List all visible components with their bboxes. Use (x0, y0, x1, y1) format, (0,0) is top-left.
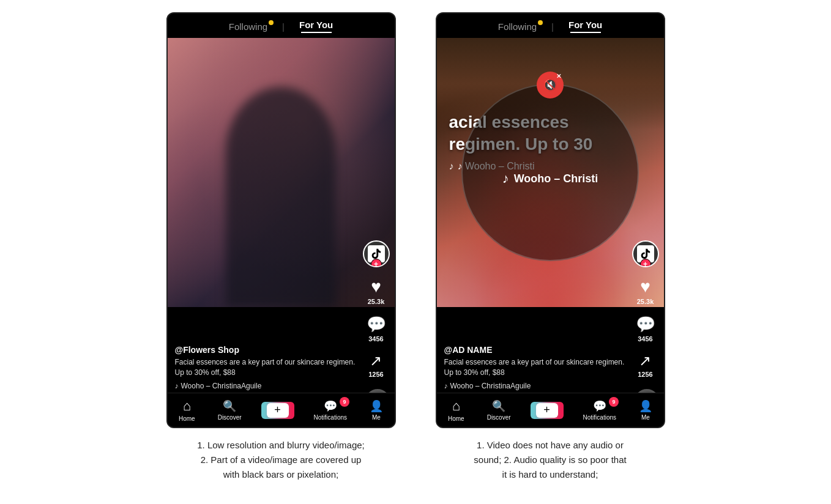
left-share-icon: ↗ (370, 352, 382, 369)
right-nav-notifications[interactable]: 💬 9 Notifications (583, 399, 616, 421)
left-bottom-nav: ⌂ Home 🔍 Discover + 💬 9 Notifications 👤 … (168, 393, 395, 427)
left-comment-item[interactable]: 💬 3456 (367, 315, 386, 343)
left-nav-divider: | (282, 21, 285, 32)
right-avatar-item: + (632, 240, 659, 267)
right-home-label: Home (448, 415, 464, 422)
right-comment-item[interactable]: 💬 3456 (636, 315, 655, 343)
left-music-name: Wooho – ChristinaAguile (181, 382, 262, 390)
right-like-item[interactable]: ♥ 25.3k (637, 277, 654, 305)
right-mute-overlay[interactable]: 🔇 ✕ ♪ Wooho – Christi (461, 84, 639, 261)
left-figure-silhouette (226, 87, 336, 307)
left-like-item[interactable]: ♥ 25.3k (368, 277, 385, 305)
right-share-item[interactable]: ↗ 1256 (638, 352, 652, 378)
left-nav-discover[interactable]: 🔍 Discover (218, 399, 242, 421)
left-me-label: Me (372, 414, 381, 421)
left-caption: 1. Low resolution and blurry video/image… (197, 438, 365, 482)
right-me-label: Me (641, 414, 650, 421)
right-caption: 1. Video does not have any audio or soun… (474, 438, 626, 482)
right-username: @AD NAME (444, 345, 627, 355)
left-discover-icon: 🔍 (223, 399, 236, 413)
left-nav-add[interactable]: + (264, 402, 291, 419)
right-bottom-nav: ⌂ Home 🔍 Discover + 💬 9 Notifications 👤 … (437, 393, 664, 427)
left-home-icon: ⌂ (183, 398, 191, 414)
left-me-icon: 👤 (370, 399, 383, 413)
right-mute-icon: 🔇 (543, 78, 557, 92)
right-like-count: 25.3k (637, 298, 654, 305)
left-foryou-tab[interactable]: For You (299, 20, 333, 33)
right-notifications-label: Notifications (583, 414, 616, 421)
left-avatar-item: + (363, 240, 390, 267)
right-action-buttons: + ♥ 25.3k 💬 3456 ↗ 1256 (632, 240, 659, 378)
right-mute-x: ✕ (556, 73, 561, 80)
right-foryou-tab[interactable]: For You (568, 20, 602, 33)
right-heart-icon: ♥ (640, 277, 650, 297)
left-top-nav: Following | For You (168, 13, 395, 38)
left-nav-me[interactable]: 👤 Me (370, 399, 383, 421)
left-add-btn[interactable]: + (264, 402, 291, 419)
right-phone-frame: Following | For You acial essences regim… (436, 12, 665, 428)
right-add-inner: + (536, 403, 558, 418)
right-comment-icon: 💬 (636, 315, 655, 334)
right-notif-badge: 9 (609, 397, 619, 407)
left-avatar-btn[interactable]: + (363, 240, 390, 267)
right-bottom-info: @AD NAME Facial essences are a key part … (444, 345, 627, 390)
right-mute-music-row: ♪ Wooho – Christi (502, 171, 598, 187)
right-phone-section: Following | For You acial essences regim… (434, 12, 666, 482)
right-nav-divider: | (551, 21, 554, 32)
left-comment-count: 3456 (368, 335, 383, 343)
right-music-note-icon: ♪ (444, 382, 448, 390)
right-me-icon: 👤 (639, 399, 652, 413)
right-home-icon: ⌂ (452, 398, 460, 414)
left-avatar-plus[interactable]: + (371, 259, 382, 267)
left-notif-badge: 9 (340, 397, 349, 407)
right-share-count: 1256 (638, 371, 652, 378)
right-discover-icon: 🔍 (492, 399, 505, 413)
right-nav-discover[interactable]: 🔍 Discover (487, 399, 511, 421)
right-following-dot (538, 20, 543, 25)
right-mute-btn[interactable]: 🔇 ✕ (537, 72, 564, 98)
right-mute-music-text: Wooho – Christi (514, 172, 598, 185)
left-action-buttons: + ♥ 25.3k 💬 3456 ↗ 1256 (363, 240, 390, 378)
right-description: Facial essences are a key part of our sk… (444, 357, 627, 378)
right-nav-me[interactable]: 👤 Me (639, 399, 652, 421)
right-avatar-plus[interactable]: + (640, 259, 651, 267)
left-phone-section: Following | For You (165, 12, 397, 482)
right-avatar-btn[interactable]: + (632, 240, 659, 267)
right-music-row: ♪ Wooho – ChristinaAguile (444, 382, 627, 390)
right-comment-count: 3456 (638, 335, 652, 343)
left-video-area[interactable] (168, 38, 395, 307)
left-nav-home[interactable]: ⌂ Home (179, 398, 195, 422)
right-discover-label: Discover (487, 414, 511, 421)
right-top-nav: Following | For You (437, 13, 664, 38)
left-discover-label: Discover (218, 414, 242, 421)
right-nav-home[interactable]: ⌂ Home (448, 398, 464, 422)
right-music-name: Wooho – ChristinaAguile (450, 382, 531, 390)
right-foryou-underline (570, 32, 601, 33)
left-foryou-underline (301, 32, 332, 33)
left-notifications-label: Notifications (314, 414, 347, 421)
right-share-icon: ↗ (639, 352, 651, 369)
left-following-tab[interactable]: Following (229, 21, 267, 32)
left-bottom-info: @Flowers Shop Facial essences are a key … (175, 345, 358, 390)
left-share-count: 1256 (368, 371, 383, 378)
right-add-btn[interactable]: + (534, 402, 561, 419)
left-phone-frame: Following | For You (166, 12, 396, 428)
right-notifications-icon: 💬 (593, 399, 606, 413)
right-video-area[interactable]: acial essences regimen. Up to 30 ♪ ♪ Woo… (437, 38, 664, 307)
left-following-dot (269, 20, 274, 25)
left-heart-icon: ♥ (371, 277, 381, 297)
left-add-inner: + (267, 403, 289, 418)
left-music-note-icon: ♪ (175, 382, 179, 390)
left-comment-icon: 💬 (367, 315, 386, 334)
right-mute-music-icon: ♪ (502, 171, 509, 187)
right-overlay-music-note: ♪ (449, 161, 454, 172)
left-like-count: 25.3k (368, 298, 385, 305)
left-nav-notifications[interactable]: 💬 9 Notifications (314, 399, 347, 421)
left-share-item[interactable]: ↗ 1256 (368, 352, 383, 378)
left-notifications-icon: 💬 (324, 399, 337, 413)
right-nav-add[interactable]: + (534, 402, 561, 419)
right-following-tab[interactable]: Following (498, 21, 537, 32)
left-music-row: ♪ Wooho – ChristinaAguile (175, 382, 358, 390)
left-video-bg (168, 38, 395, 307)
left-username: @Flowers Shop (175, 345, 358, 355)
